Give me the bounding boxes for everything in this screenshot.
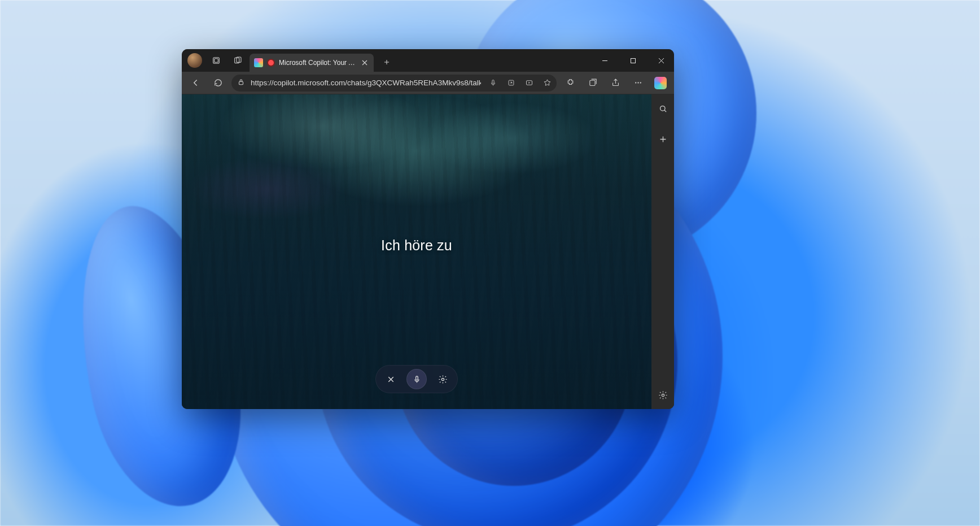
voice-settings-button[interactable] (432, 369, 453, 389)
tab-strip: Microsoft Copilot: Your AI co (182, 49, 674, 72)
open-external-button[interactable] (505, 77, 517, 89)
edge-sidebar (651, 94, 674, 409)
listening-status: Ich höre zu (182, 237, 651, 254)
url-input[interactable] (251, 79, 481, 87)
more-menu-button[interactable] (629, 74, 647, 92)
profile-avatar[interactable] (187, 53, 202, 68)
svg-point-12 (640, 82, 641, 83)
copilot-sidebar-button[interactable] (651, 74, 670, 92)
browser-tab[interactable]: Microsoft Copilot: Your AI co (250, 54, 374, 72)
svg-point-14 (441, 378, 444, 380)
plus-icon (658, 134, 668, 144)
favorite-button[interactable] (541, 77, 553, 89)
gear-icon (438, 375, 448, 384)
workspaces-icon (212, 56, 221, 65)
voice-control-bar (375, 365, 458, 393)
site-info-button[interactable] (237, 78, 245, 88)
svg-point-15 (660, 106, 665, 111)
page-viewport: Ich höre zu (182, 94, 651, 409)
svg-point-11 (637, 82, 638, 83)
svg-rect-13 (415, 376, 418, 380)
svg-rect-5 (239, 81, 243, 84)
sidebar-settings-button[interactable] (654, 386, 671, 403)
svg-rect-4 (631, 58, 635, 63)
close-icon (386, 375, 396, 384)
share-icon (611, 78, 620, 88)
sidebar-add-button[interactable] (654, 131, 671, 147)
svg-rect-1 (215, 59, 218, 63)
recording-indicator (267, 59, 275, 67)
svg-rect-9 (589, 80, 594, 85)
svg-point-16 (662, 394, 664, 396)
workspaces-button[interactable] (207, 51, 226, 70)
mic-icon (489, 79, 497, 87)
svg-rect-6 (492, 80, 493, 84)
voice-close-button[interactable] (380, 369, 401, 389)
minimize-icon (602, 58, 608, 64)
nav-reload-button[interactable] (209, 74, 227, 92)
nav-back-button[interactable] (186, 74, 204, 92)
maximize-icon (630, 58, 636, 64)
reload-icon (213, 78, 223, 88)
media-controls-icon (525, 79, 533, 87)
media-controls-button[interactable] (523, 77, 535, 89)
extensions-button[interactable] (561, 74, 579, 92)
tab-title: Microsoft Copilot: Your AI co (279, 59, 356, 67)
plus-icon (383, 58, 391, 66)
collections-icon (588, 78, 598, 88)
open-external-icon (507, 79, 515, 87)
copilot-favicon (254, 58, 263, 67)
browser-window: Microsoft Copilot: Your AI co (182, 49, 674, 409)
sidebar-search-button[interactable] (654, 100, 671, 117)
lock-icon (237, 78, 245, 86)
extensions-icon (566, 78, 575, 88)
tab-actions-button[interactable] (228, 51, 247, 70)
window-maximize[interactable] (620, 49, 646, 72)
voice-mic-button[interactable] (406, 369, 427, 389)
share-button[interactable] (606, 74, 624, 92)
gear-icon (658, 390, 668, 400)
window-minimize[interactable] (592, 49, 618, 72)
collections-button[interactable] (584, 74, 602, 92)
address-bar[interactable] (231, 75, 557, 92)
tab-actions-icon (233, 56, 242, 65)
search-icon (658, 104, 668, 114)
content-area: Ich höre zu (182, 94, 674, 409)
mic-icon (412, 375, 422, 384)
back-icon (191, 78, 200, 88)
window-close[interactable] (648, 49, 674, 72)
voice-search-button[interactable] (487, 77, 499, 89)
close-icon (360, 58, 369, 67)
more-icon (633, 78, 643, 88)
copilot-logo (654, 77, 667, 89)
tab-close-button[interactable] (360, 58, 369, 67)
close-icon (658, 58, 664, 64)
star-icon (543, 79, 552, 87)
new-tab-button[interactable] (378, 54, 395, 71)
svg-point-10 (635, 82, 636, 83)
browser-toolbar (182, 72, 674, 94)
